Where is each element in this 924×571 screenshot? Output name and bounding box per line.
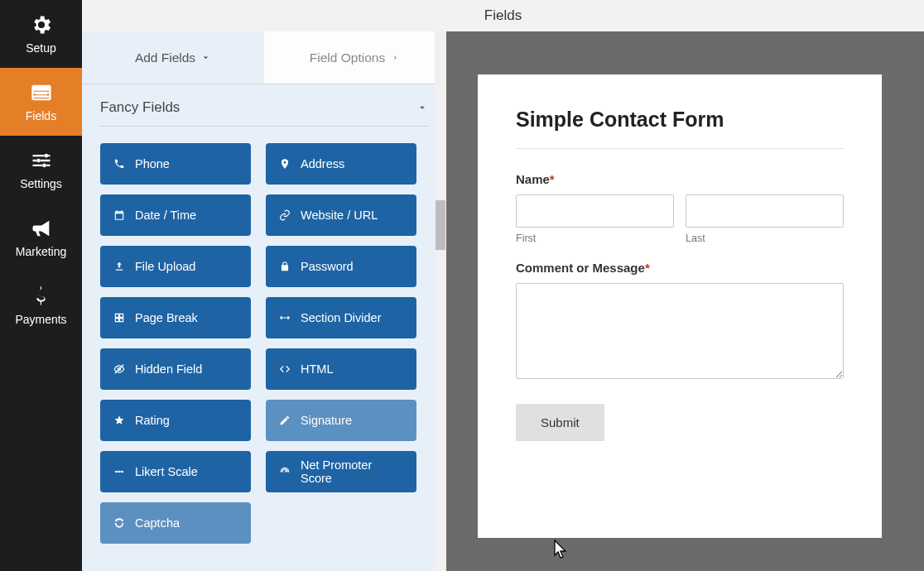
calendar-icon — [113, 209, 125, 221]
svg-point-11 — [121, 471, 123, 473]
star-icon — [113, 415, 125, 426]
field-type-hidden-field[interactable]: Hidden Field — [100, 348, 251, 390]
pin-icon — [279, 158, 291, 170]
svg-rect-1 — [32, 86, 50, 91]
gauge-icon — [279, 466, 291, 477]
sidebar-label: Fields — [26, 109, 56, 122]
sublabel-first: First — [516, 233, 674, 244]
field-type-net-promoter-score[interactable]: Net Promoter Score — [266, 451, 416, 492]
sidebar-label: Setup — [26, 41, 56, 55]
pages-icon — [113, 312, 125, 324]
svg-point-5 — [36, 159, 41, 163]
field-type-signature[interactable]: Signature — [266, 400, 416, 441]
recaptcha-icon — [113, 517, 125, 529]
chevron-down-icon — [200, 52, 211, 63]
fields-panel: Add Fields Field Options Fancy Fields Ph… — [82, 31, 446, 571]
field-type-phone[interactable]: Phone — [100, 143, 251, 185]
field-type-html[interactable]: HTML — [266, 348, 416, 390]
sliders-icon — [30, 149, 53, 172]
field-type-password[interactable]: Password — [266, 246, 416, 287]
panel-scrollbar-thumb[interactable] — [436, 200, 445, 250]
svg-point-6 — [42, 164, 46, 168]
likert-icon — [113, 466, 125, 477]
field-type-page-break[interactable]: Page Break — [100, 297, 251, 338]
first-name-input[interactable] — [516, 194, 674, 228]
phone-icon — [113, 158, 125, 170]
sidebar-label: Marketing — [16, 245, 66, 258]
form-preview-canvas: Simple Contact Form Name* First Last — [446, 31, 924, 571]
chevron-down-icon — [416, 102, 428, 113]
field-type-address[interactable]: Address — [266, 143, 416, 185]
section-header-fancy-fields[interactable]: Fancy Fields — [100, 84, 428, 127]
arrows-h-icon — [279, 312, 291, 324]
bullhorn-icon — [30, 217, 53, 240]
upload-icon — [113, 261, 125, 272]
form-icon — [30, 81, 53, 104]
page-title-bar: Fields — [82, 0, 924, 31]
page-title: Fields — [484, 7, 522, 24]
eye-off-icon — [113, 363, 125, 375]
tab-field-options[interactable]: Field Options — [264, 31, 446, 84]
form-preview[interactable]: Simple Contact Form Name* First Last — [478, 74, 882, 538]
sublabel-last: Last — [686, 233, 844, 244]
lock-icon — [279, 261, 291, 272]
svg-point-4 — [44, 154, 48, 158]
sidebar-label: Settings — [20, 177, 62, 190]
sidebar-item-fields[interactable]: Fields — [0, 68, 82, 136]
sidebar-item-settings[interactable]: Settings — [0, 136, 82, 204]
pencil-icon — [279, 415, 291, 426]
submit-button[interactable]: Submit — [516, 404, 604, 441]
gear-icon — [30, 13, 53, 36]
form-title: Simple Contact Form — [516, 108, 844, 132]
left-nav-sidebar: Setup Fields Settings Marketing Payments — [0, 0, 82, 571]
svg-point-10 — [118, 471, 120, 473]
sidebar-item-payments[interactable]: Payments — [0, 271, 82, 339]
svg-point-9 — [115, 471, 117, 473]
field-label-name: Name* — [516, 172, 844, 186]
sidebar-item-marketing[interactable]: Marketing — [0, 204, 82, 271]
last-name-input[interactable] — [686, 194, 844, 228]
code-icon — [279, 363, 291, 375]
field-type-date-time[interactable]: Date / Time — [100, 194, 251, 236]
field-type-section-divider[interactable]: Section Divider — [266, 297, 416, 338]
field-type-captcha[interactable]: Captcha — [100, 502, 251, 544]
required-asterisk: * — [645, 261, 650, 275]
form-divider — [516, 148, 844, 149]
field-type-likert-scale[interactable]: Likert Scale — [100, 451, 251, 492]
sidebar-item-setup[interactable]: Setup — [0, 0, 82, 68]
panel-scrollbar-track[interactable] — [435, 31, 446, 571]
field-type-rating[interactable]: Rating — [100, 400, 251, 441]
chevron-right-icon — [390, 52, 401, 63]
sidebar-label: Payments — [15, 313, 66, 326]
field-label-comment: Comment or Message* — [516, 261, 844, 275]
link-icon — [279, 209, 291, 221]
field-type-file-upload[interactable]: File Upload — [100, 246, 251, 287]
field-type-website-url[interactable]: Website / URL — [266, 194, 416, 236]
comment-textarea[interactable] — [516, 283, 844, 379]
dollar-icon — [30, 285, 53, 308]
required-asterisk: * — [550, 172, 555, 186]
tab-add-fields[interactable]: Add Fields — [82, 31, 264, 84]
